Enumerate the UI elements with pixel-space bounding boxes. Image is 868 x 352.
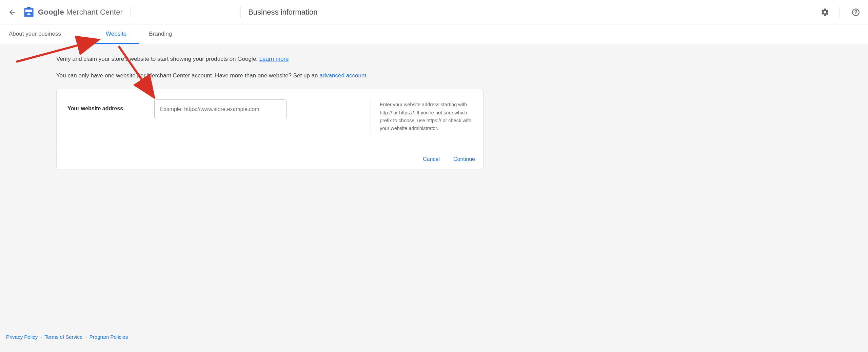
website-address-input[interactable] <box>154 99 287 119</box>
tab-branding[interactable]: Branding <box>149 24 184 44</box>
tab-bar: About your business Website Branding <box>0 24 868 44</box>
advanced-account-link[interactable]: advanced account <box>319 72 366 79</box>
privacy-policy-link[interactable]: Privacy Policy <box>6 334 38 340</box>
brand-rest: Merchant Center <box>64 8 123 16</box>
terms-of-service-link[interactable]: Terms of Service <box>45 334 83 340</box>
content-area: Verify and claim your store's website to… <box>0 44 868 327</box>
svg-rect-0 <box>24 8 33 17</box>
intro-line2-text: You can only have one website per Mercha… <box>56 72 319 79</box>
header-divider-2 <box>240 7 241 18</box>
app-header: Google Merchant Center Business informat… <box>0 0 868 24</box>
svg-rect-2 <box>27 7 31 8</box>
legal-footer: Privacy Policy · Terms of Service · Prog… <box>0 327 868 352</box>
intro-text: Verify and claim your store's website to… <box>56 54 484 80</box>
header-divider-1 <box>130 7 131 18</box>
help-icon <box>851 8 860 17</box>
header-divider-3 <box>839 7 840 18</box>
cancel-button[interactable]: Cancel <box>423 156 440 162</box>
gear-icon <box>821 8 829 17</box>
continue-button[interactable]: Continue <box>453 156 475 162</box>
tab-about-your-business[interactable]: About your business <box>9 24 73 44</box>
page-title: Business information <box>248 8 317 17</box>
brand-text: Google Merchant Center <box>38 8 123 17</box>
website-address-hint: Enter your website address starting with… <box>371 99 472 133</box>
website-card: Your website address Enter your website … <box>56 89 484 169</box>
footer-separator: · <box>85 334 86 340</box>
footer-separator: · <box>41 334 42 340</box>
learn-more-link[interactable]: Learn more <box>259 56 289 62</box>
arrow-left-icon <box>8 8 16 16</box>
intro-line2-tail: . <box>366 72 368 79</box>
svg-rect-1 <box>25 10 32 12</box>
settings-button[interactable] <box>818 5 832 19</box>
tab-website[interactable]: Website <box>94 24 139 44</box>
brand-area: Google Merchant Center <box>23 6 123 18</box>
website-address-label: Your website address <box>67 99 145 112</box>
back-button[interactable] <box>5 5 19 19</box>
help-button[interactable] <box>849 5 863 19</box>
intro-line1-text: Verify and claim your store's website to… <box>56 56 259 62</box>
brand-bold: Google <box>38 8 64 16</box>
program-policies-link[interactable]: Program Policies <box>90 334 128 340</box>
merchant-center-logo-icon <box>23 6 35 18</box>
card-footer: Cancel Continue <box>57 149 483 169</box>
